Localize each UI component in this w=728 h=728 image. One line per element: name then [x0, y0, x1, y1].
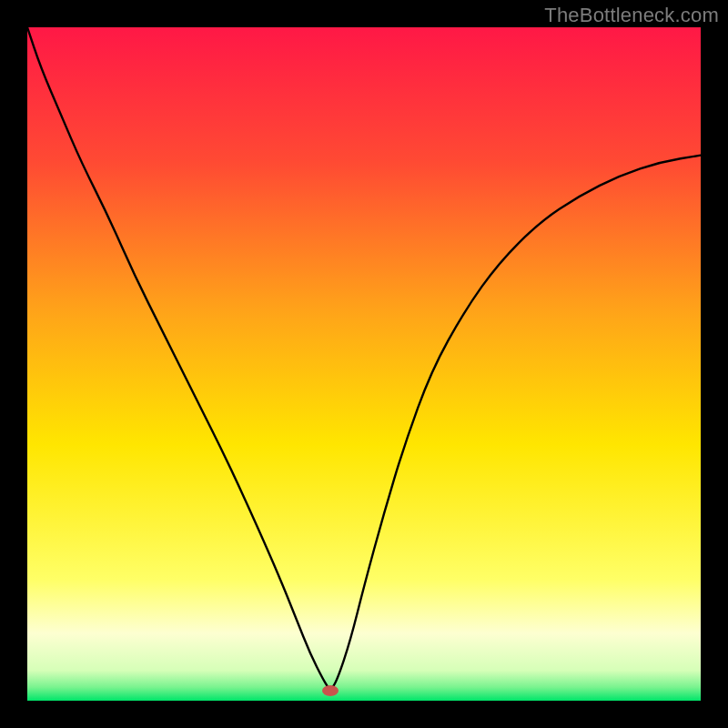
chart-frame: TheBottleneck.com	[0, 0, 728, 728]
minimum-marker	[322, 685, 339, 696]
gradient-background	[27, 27, 701, 701]
plot-area	[27, 27, 701, 701]
chart-svg	[27, 27, 701, 701]
watermark-text: TheBottleneck.com	[544, 4, 719, 27]
